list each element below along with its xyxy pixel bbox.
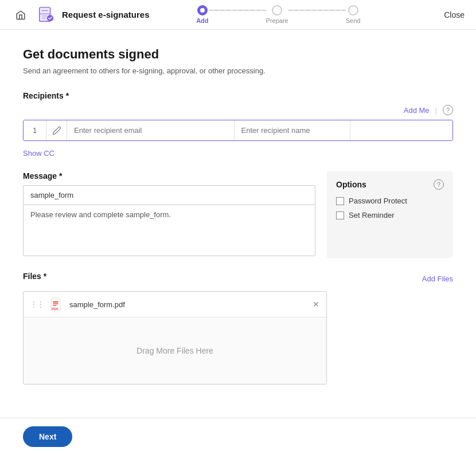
recipient-email-input[interactable] [67, 120, 235, 140]
recipient-pen-icon [46, 120, 67, 140]
step-add-circle [197, 5, 208, 15]
step-prepare-label: Prepare [266, 17, 288, 24]
recipient-name-input[interactable] [235, 120, 351, 140]
message-options-row: Message * Options ? Password Protect Set… [23, 171, 453, 258]
options-title: Options [336, 180, 366, 189]
option-password-protect: Password Protect [336, 197, 444, 205]
main-content: Get documents signed Send an agreement t… [0, 30, 476, 442]
show-cc-link[interactable]: Show CC [23, 149, 54, 158]
page-title: Get documents signed [23, 47, 453, 62]
files-container: ⋮⋮ PDF sample_form.pdf ✕ Drag More Files… [23, 291, 327, 385]
header-title: Request e-signatures [62, 10, 150, 19]
step-send: Send [346, 5, 361, 24]
divider: | [435, 106, 437, 115]
app-icon [36, 5, 56, 25]
header-left: Request e-signatures [11, 5, 150, 25]
step-line-2 [288, 10, 346, 11]
page-subtitle: Send an agreement to others for e-signin… [23, 66, 453, 75]
step-send-label: Send [346, 17, 361, 24]
recipients-label: Recipients * [23, 91, 453, 100]
recipient-row: 1 [23, 120, 453, 141]
set-reminder-checkbox[interactable] [336, 211, 344, 219]
option-set-reminder: Set Reminder [336, 211, 444, 219]
message-body-textarea[interactable] [23, 205, 315, 256]
step-add: Add [196, 5, 208, 24]
add-files-link[interactable]: Add Files [422, 274, 453, 283]
recipients-help-icon[interactable]: ? [443, 105, 453, 115]
step-line-1 [209, 10, 266, 11]
header-close: Close [407, 10, 465, 19]
footer: Next [0, 418, 476, 455]
next-button[interactable]: Next [23, 426, 72, 447]
drag-zone[interactable]: Drag More Files Here [24, 317, 326, 384]
step-send-circle [348, 5, 358, 15]
recipient-role-cell [350, 120, 452, 140]
svg-text:PDF: PDF [52, 307, 58, 311]
recipients-header: Add Me | ? [23, 105, 453, 115]
files-header: Files * Add Files [23, 272, 453, 285]
file-item: ⋮⋮ PDF sample_form.pdf ✕ [24, 292, 326, 317]
header: Request e-signatures Add Prepare Send Cl… [0, 0, 476, 30]
files-label: Files * [23, 272, 46, 281]
password-protect-label: Password Protect [349, 197, 407, 205]
drag-handle-icon[interactable]: ⋮⋮ [30, 300, 44, 308]
options-header: Options ? [336, 179, 444, 190]
message-section: Message * [23, 171, 315, 258]
recipient-number: 1 [24, 120, 46, 140]
file-remove-button[interactable]: ✕ [313, 300, 319, 309]
set-reminder-label: Set Reminder [349, 211, 394, 219]
message-subject-input[interactable] [23, 185, 315, 205]
message-label: Message * [23, 171, 315, 181]
stepper: Add Prepare Send [150, 5, 407, 24]
options-help-icon[interactable]: ? [434, 179, 444, 190]
file-name: sample_form.pdf [69, 300, 307, 309]
add-me-link[interactable]: Add Me [404, 106, 430, 115]
close-button[interactable]: Close [444, 10, 465, 19]
options-panel: Options ? Password Protect Set Reminder [327, 171, 453, 258]
home-icon[interactable] [11, 6, 30, 24]
pdf-icon: PDF [50, 297, 64, 311]
drag-zone-text: Drag More Files Here [136, 346, 213, 355]
password-protect-checkbox[interactable] [336, 197, 344, 205]
step-prepare-circle [272, 5, 282, 15]
step-prepare: Prepare [266, 5, 288, 24]
step-add-label: Add [196, 17, 208, 24]
